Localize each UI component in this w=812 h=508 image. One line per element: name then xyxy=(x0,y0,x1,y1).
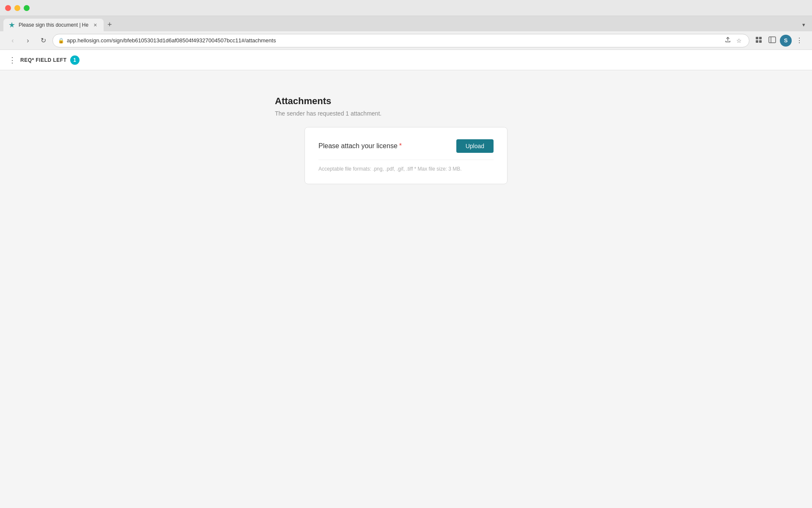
more-options-button[interactable]: ⋮ xyxy=(793,35,805,47)
svg-rect-0 xyxy=(756,37,758,39)
bookmark-icon: ☆ xyxy=(736,37,742,44)
forward-button[interactable]: › xyxy=(22,35,34,47)
page-subheading: The sender has requested 1 attachment. xyxy=(258,110,381,117)
url-text: app.hellosign.com/sign/bfeb61053013d1d6a… xyxy=(67,37,720,44)
content-wrapper: Attachments The sender has requested 1 a… xyxy=(258,96,554,508)
reload-icon: ↻ xyxy=(41,36,46,44)
back-icon: ‹ xyxy=(11,37,14,44)
lock-icon: 🔒 xyxy=(58,38,64,44)
active-tab[interactable]: Please sign this document | He × xyxy=(3,19,104,31)
profile-button[interactable]: S xyxy=(780,35,792,47)
sidebar-button[interactable] xyxy=(766,35,778,47)
close-button[interactable] xyxy=(5,5,11,11)
extensions-button[interactable] xyxy=(753,35,765,47)
attachment-card: Please attach your license* Upload Accep… xyxy=(304,127,508,184)
attachment-label-text: Please attach your license xyxy=(318,142,398,149)
required-star: * xyxy=(399,142,402,149)
reload-button[interactable]: ↻ xyxy=(37,35,49,47)
svg-rect-3 xyxy=(759,40,762,43)
share-icon-button[interactable] xyxy=(723,36,733,46)
more-options-icon: ⋮ xyxy=(796,36,803,44)
share-icon xyxy=(724,36,731,44)
window-controls xyxy=(5,5,30,11)
bookmark-icon-button[interactable]: ☆ xyxy=(734,36,744,46)
address-bar[interactable]: 🔒 app.hellosign.com/sign/bfeb61053013d1d… xyxy=(52,34,749,47)
title-bar xyxy=(0,0,812,16)
req-field-label: REQ* FIELD LEFT xyxy=(20,57,67,63)
dots-menu-icon[interactable]: ⋮ xyxy=(8,55,17,65)
back-button[interactable]: ‹ xyxy=(7,35,19,47)
attachment-label: Please attach your license* xyxy=(318,142,402,150)
tab-favicon-icon xyxy=(8,22,15,28)
maximize-button[interactable] xyxy=(24,5,30,11)
req-badge: 1 xyxy=(70,55,80,65)
page-title: Attachments xyxy=(258,96,331,107)
tab-title: Please sign this document | He xyxy=(19,22,88,28)
attachment-formats: Acceptable file formats: .png, .pdf, .gi… xyxy=(318,160,494,172)
svg-rect-2 xyxy=(756,40,758,43)
req-fields-indicator: ⋮ REQ* FIELD LEFT 1 xyxy=(8,55,80,65)
attachment-row: Please attach your license* Upload xyxy=(318,139,494,153)
minimize-button[interactable] xyxy=(14,5,20,11)
svg-rect-1 xyxy=(759,37,762,39)
address-bar-actions: ☆ xyxy=(723,36,744,46)
browser-window: Please sign this document | He × + ▾ ‹ ›… xyxy=(0,0,812,508)
new-tab-button[interactable]: + xyxy=(104,19,115,30)
tab-dropdown-button[interactable]: ▾ xyxy=(798,19,809,30)
nav-bar: ‹ › ↻ 🔒 app.hellosign.com/sign/bfeb61053… xyxy=(0,31,812,50)
tab-bar-right: ▾ xyxy=(798,19,809,30)
browser-action-buttons: S ⋮ xyxy=(753,35,805,47)
main-content: Attachments The sender has requested 1 a… xyxy=(0,70,812,508)
tab-close-button[interactable]: × xyxy=(92,22,99,28)
svg-rect-4 xyxy=(769,37,776,43)
upload-button[interactable]: Upload xyxy=(456,139,494,153)
tab-bar: Please sign this document | He × + ▾ xyxy=(0,16,812,31)
extensions-icon xyxy=(755,36,763,45)
forward-icon: › xyxy=(27,37,29,44)
app-toolbar: ⋮ REQ* FIELD LEFT 1 xyxy=(0,50,812,70)
sidebar-icon xyxy=(768,36,776,45)
